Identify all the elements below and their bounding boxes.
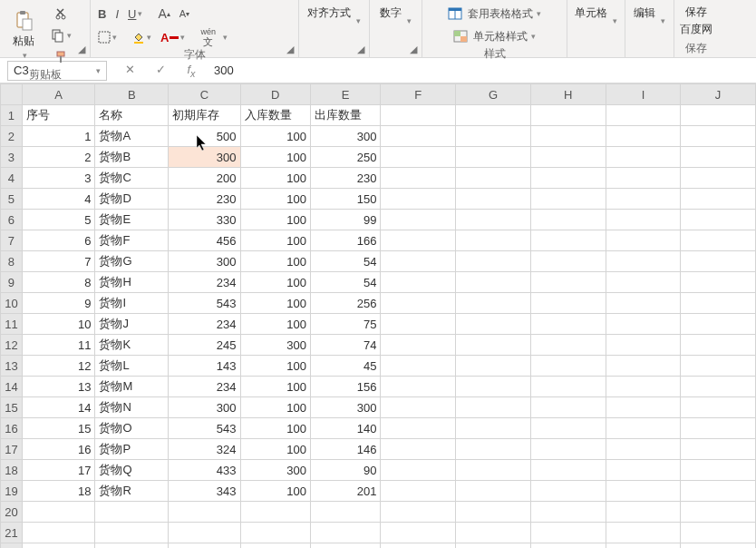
cell-B3[interactable]: 货物B	[95, 147, 169, 168]
cell-E7[interactable]: 166	[310, 230, 380, 251]
cell-C21[interactable]	[169, 523, 240, 543]
cell-D8[interactable]: 100	[240, 251, 310, 272]
cell-A8[interactable]: 7	[22, 251, 94, 272]
cell-C16[interactable]: 543	[169, 418, 240, 439]
cell-B4[interactable]: 货物C	[95, 168, 169, 189]
cut-button[interactable]	[47, 4, 75, 24]
cell-I14[interactable]	[606, 377, 681, 397]
cell-E14[interactable]: 156	[310, 377, 380, 397]
row-header-9[interactable]: 9	[1, 272, 23, 293]
cell-D21[interactable]	[240, 523, 310, 543]
cell-D14[interactable]: 100	[240, 377, 310, 397]
cell-H15[interactable]	[530, 397, 606, 418]
cell-F21[interactable]	[381, 523, 456, 543]
cell-F17[interactable]	[381, 439, 456, 460]
enter-formula-icon[interactable]: ✓	[152, 63, 169, 79]
cell-C12[interactable]: 245	[169, 335, 240, 356]
cell-D12[interactable]: 300	[240, 335, 310, 356]
col-header-A[interactable]: A	[22, 84, 94, 105]
number-dialog-launcher[interactable]: ◢	[407, 43, 420, 55]
row-header-22[interactable]: 22	[1, 543, 23, 549]
cell-J19[interactable]	[681, 481, 756, 502]
cell-I5[interactable]	[606, 189, 681, 210]
borders-button[interactable]: ▾	[94, 27, 121, 47]
cell-J7[interactable]	[681, 230, 756, 251]
cell-H8[interactable]	[530, 251, 606, 272]
underline-button[interactable]: U▾	[124, 4, 146, 24]
row-header-12[interactable]: 12	[1, 335, 23, 356]
cell-A7[interactable]: 6	[22, 230, 94, 251]
cancel-formula-icon[interactable]: ✕	[121, 63, 138, 79]
cell-I8[interactable]	[606, 251, 681, 272]
alignment-label[interactable]: 对齐方式	[307, 5, 351, 21]
cell-C6[interactable]: 330	[169, 210, 240, 230]
select-all-corner[interactable]	[1, 84, 23, 105]
cell-J9[interactable]	[681, 272, 756, 293]
phonetic-caret-icon[interactable]: ▾	[223, 33, 228, 42]
cell-B17[interactable]: 货物P	[95, 439, 169, 460]
cell-F12[interactable]	[381, 335, 456, 356]
cell-H13[interactable]	[530, 356, 606, 377]
cell-E4[interactable]: 230	[310, 168, 380, 189]
cell-F7[interactable]	[381, 230, 456, 251]
cell-H1[interactable]	[530, 105, 606, 126]
cell-styles-button[interactable]: 单元格样式▾	[426, 26, 563, 46]
cell-F11[interactable]	[381, 314, 456, 335]
font-color-button[interactable]: A▾	[157, 27, 189, 47]
col-header-B[interactable]: B	[95, 84, 169, 105]
col-header-J[interactable]: J	[681, 84, 756, 105]
cell-C22[interactable]	[169, 543, 240, 549]
cell-G22[interactable]	[456, 543, 531, 549]
cell-C18[interactable]: 433	[169, 460, 240, 481]
cell-A2[interactable]: 1	[22, 126, 94, 147]
cell-H20[interactable]	[530, 502, 606, 523]
fill-color-button[interactable]: ▾	[129, 27, 155, 47]
cell-G14[interactable]	[456, 377, 531, 397]
cell-I20[interactable]	[606, 502, 681, 523]
row-header-15[interactable]: 15	[1, 397, 23, 418]
cell-G11[interactable]	[456, 314, 531, 335]
cell-G18[interactable]	[456, 460, 531, 481]
cell-D19[interactable]: 100	[240, 481, 310, 502]
cell-J16[interactable]	[681, 418, 756, 439]
cell-F15[interactable]	[381, 397, 456, 418]
cell-G3[interactable]	[456, 147, 531, 168]
cell-E2[interactable]: 300	[310, 126, 380, 147]
row-header-21[interactable]: 21	[1, 523, 23, 543]
cell-H5[interactable]	[530, 189, 606, 210]
format-painter-button[interactable]	[47, 47, 75, 67]
cell-J5[interactable]	[681, 189, 756, 210]
format-as-table-button[interactable]: 套用表格格式▾	[426, 4, 563, 24]
cell-G13[interactable]	[456, 356, 531, 377]
cell-D15[interactable]: 100	[240, 397, 310, 418]
baidu-save-line2[interactable]: 百度网	[680, 23, 712, 36]
formula-input[interactable]: 300	[207, 61, 756, 81]
cell-H10[interactable]	[530, 293, 606, 314]
col-header-G[interactable]: G	[456, 84, 531, 105]
alignment-caret-icon[interactable]: ▾	[356, 16, 361, 25]
col-header-I[interactable]: I	[606, 84, 681, 105]
cell-D20[interactable]	[240, 502, 310, 523]
cell-F19[interactable]	[381, 481, 456, 502]
cell-I11[interactable]	[606, 314, 681, 335]
cell-I18[interactable]	[606, 460, 681, 481]
row-header-8[interactable]: 8	[1, 251, 23, 272]
cell-F20[interactable]	[381, 502, 456, 523]
cell-I13[interactable]	[606, 356, 681, 377]
cell-D22[interactable]	[240, 543, 310, 549]
cell-F2[interactable]	[381, 126, 456, 147]
row-header-1[interactable]: 1	[1, 105, 23, 126]
fx-icon[interactable]: fx	[183, 63, 199, 79]
row-header-20[interactable]: 20	[1, 502, 23, 523]
cell-B2[interactable]: 货物A	[95, 126, 169, 147]
cell-G7[interactable]	[456, 230, 531, 251]
cell-D4[interactable]: 100	[240, 168, 310, 189]
cell-D9[interactable]: 100	[240, 272, 310, 293]
cell-J6[interactable]	[681, 210, 756, 230]
italic-button[interactable]: I	[111, 4, 122, 24]
cell-G1[interactable]	[456, 105, 531, 126]
cell-D10[interactable]: 100	[240, 293, 310, 314]
cell-E15[interactable]: 300	[310, 397, 380, 418]
cell-J1[interactable]	[681, 105, 756, 126]
cell-E19[interactable]: 201	[310, 481, 380, 502]
